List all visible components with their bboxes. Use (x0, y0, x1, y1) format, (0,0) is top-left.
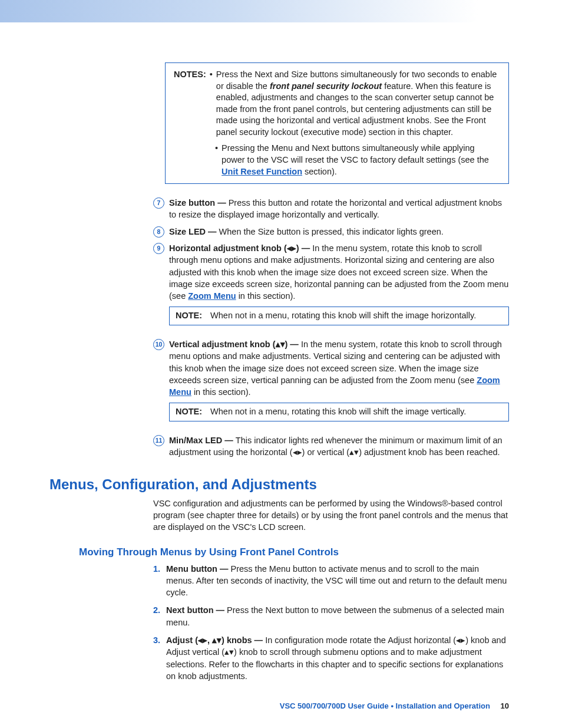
item-term: Adjust (◂▸, ▴▾) knobs — (166, 635, 265, 645)
item-body: When the Size button is pressed, this in… (219, 227, 444, 236)
header-gradient (0, 0, 562, 22)
intro-paragraph: VSC configuration and adjustments can be… (153, 498, 509, 533)
notes-box: NOTES: • Press the Next and Size buttons… (165, 62, 509, 184)
list-item: 2. Next button — Press the Next button t… (153, 604, 509, 628)
bullet-icon: • (215, 143, 218, 177)
note-label: NOTE: (176, 311, 202, 320)
circled-number-icon: 10 (153, 339, 164, 350)
note-text: When not in a menu, rotating this knob w… (210, 407, 466, 416)
circled-number-icon: 7 (153, 197, 164, 209)
page-footer: VSC 500/700/700D User Guide • Installati… (280, 701, 509, 710)
item-11: 11 Min/Max LED — This indicator lights r… (153, 434, 509, 459)
circled-number-icon: 9 (153, 243, 164, 254)
bullet-icon: • (210, 69, 213, 138)
heading-1: Menus, Configuration, and Adjustments (49, 476, 509, 493)
note-label: NOTE: (176, 407, 202, 416)
notes-label: NOTES: (174, 69, 206, 138)
item-7: 7 Size button — Press this button and ro… (153, 197, 509, 221)
item-term: Menu button — (166, 564, 231, 574)
list-number: 3. (153, 634, 166, 682)
notes-bullet-1: Press the Next and Size buttons simultan… (216, 69, 500, 138)
item-term: Horizontal adjustment knob (◂▸) — (169, 243, 312, 253)
unit-reset-link[interactable]: Unit Reset Function (222, 167, 302, 176)
list-item: 3. Adjust (◂▸, ▴▾) knobs — In configurat… (153, 634, 509, 682)
item-8: 8 Size LED — When the Size button is pre… (153, 226, 509, 238)
item-term: Vertical adjustment knob (▴▾) — (169, 340, 301, 349)
list-item: 1. Menu button — Press the Menu button t… (153, 563, 509, 599)
heading-2: Moving Through Menus by Using Front Pane… (79, 546, 509, 558)
circled-number-icon: 11 (153, 435, 164, 446)
list-number: 1. (153, 563, 166, 599)
item-term: Min/Max LED — (169, 436, 236, 445)
item-term: Size button — (169, 198, 229, 207)
circled-number-icon: 8 (153, 226, 164, 238)
note-box: NOTE:When not in a menu, rotating this k… (169, 307, 509, 325)
note-box: NOTE:When not in a menu, rotating this k… (169, 403, 509, 421)
page-number: 10 (501, 701, 509, 710)
item-9: 9 Horizontal adjustment knob (◂▸) — In t… (153, 242, 509, 334)
notes-bullet-2: Pressing the Menu and Next buttons simul… (222, 143, 500, 177)
item-10: 10 Vertical adjustment knob (▴▾) — In th… (153, 338, 509, 430)
note-text: When not in a menu, rotating this knob w… (210, 311, 476, 320)
zoom-menu-link[interactable]: Zoom Menu (188, 291, 236, 301)
item-term: Next button — (166, 605, 227, 615)
footer-title: VSC 500/700/700D User Guide • Installati… (280, 701, 490, 710)
item-term: Size LED — (169, 227, 219, 236)
list-number: 2. (153, 604, 166, 628)
